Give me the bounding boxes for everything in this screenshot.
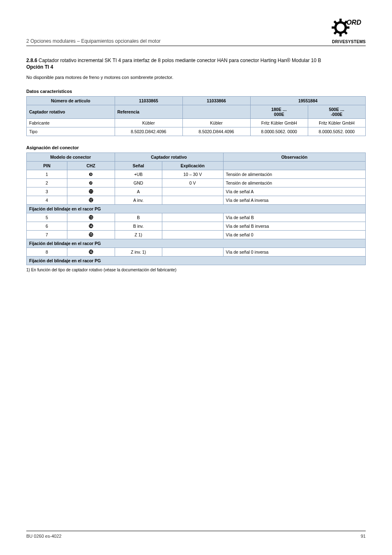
cell: ⓮ [67, 222, 115, 231]
svg-point-0 [335, 22, 346, 32]
cell [162, 213, 224, 222]
band-cell: Fijación del blindaje en el racor PG [27, 239, 366, 248]
band-cell: Fijación del blindaje en el racor PG [27, 257, 366, 265]
table-row: Fijación del blindaje en el racor PG [27, 239, 366, 248]
cell: 4 [27, 196, 67, 205]
cell: ⓬ [67, 196, 115, 205]
subhead-datos: Datos característicos [26, 89, 366, 94]
th-articulo: Número de artículo [27, 97, 115, 105]
cell: ❿ [67, 179, 115, 187]
th-col4: 19551884 [250, 97, 366, 105]
cell: Fritz Kübler GmbH [308, 119, 365, 127]
th-chz: CHZ [67, 162, 115, 170]
th-remark: Observación [223, 153, 366, 162]
footnote: 1) En función del tipo de captador rotat… [26, 268, 366, 272]
cell: 3 [27, 187, 67, 196]
th-blank [182, 105, 250, 119]
table-row: 7 ⓯ Z 1) Vía de señal 0 [27, 231, 366, 239]
cell: ⓫ [67, 187, 115, 196]
table-row: Fijación del blindaje en el racor PG [27, 257, 366, 265]
cell: Vía de señal 0 inversa [223, 248, 366, 257]
cell: ❾ [67, 170, 115, 179]
cell: Vía de señal B [223, 213, 366, 222]
cell [162, 196, 224, 205]
cell: Kübler [182, 119, 250, 127]
cell: 8.5020.D844.4096 [182, 127, 250, 136]
cell: ⓭ [67, 213, 115, 222]
header-title: 2 Opciones modulares – Equipamientos opc… [26, 38, 161, 44]
table-row: Número de artículo 11033865 11033866 195… [27, 97, 366, 105]
cell: 8.5020.D842.4096 [115, 127, 182, 136]
th-connector: Modelo de conector [27, 153, 115, 162]
th-blank2 [223, 162, 366, 170]
cell: Vía de señal 0 [223, 231, 366, 239]
cell: Z 1) [115, 231, 162, 239]
section-number: 2.8.6 [26, 58, 37, 63]
page-footer: BU 0260 es-4022 91 [26, 531, 366, 539]
page-header: 2 Opciones modulares – Equipamientos opc… [26, 16, 366, 46]
cell: B inv. [115, 222, 162, 231]
table-row: Captador rotativo Referencia 180E … 000E… [27, 105, 366, 119]
table-row: 2 ❿ GND 0 V Tensión de alimentación [27, 179, 366, 187]
cell: +UB [115, 170, 162, 179]
footer-doc: BU 0260 es-4022 [26, 534, 62, 539]
table-row: PIN CHZ Señal Explicación [27, 162, 366, 170]
cell: B [115, 213, 162, 222]
table-row: 6 ⓮ B inv. Vía de señal B inversa [27, 222, 366, 231]
cell: 10 – 30 V [162, 170, 224, 179]
subhead-asign: Asignación del conector [26, 145, 366, 150]
footer-page: 91 [361, 534, 366, 539]
table-row: 5 ⓭ B Vía de señal B [27, 213, 366, 222]
gear-logo-icon: ORD [329, 16, 366, 39]
cell [162, 231, 224, 239]
cell: Tensión de alimentación [223, 179, 366, 187]
cell: A [115, 187, 162, 196]
th-col3: 11033866 [182, 97, 250, 105]
svg-line-7 [334, 32, 337, 34]
band-cell: Fijación del blindaje en el racor PG [27, 205, 366, 213]
table-row: Modelo de conector Captador rotativo Obs… [27, 153, 366, 162]
cell [162, 248, 224, 257]
cell: 8 [27, 248, 67, 257]
cell: Fritz Kübler GmbH [250, 119, 308, 127]
option-line: Opción TI 4 [26, 64, 366, 70]
brand-logo: ORD DRIVESYSTEMS [329, 16, 366, 44]
cell: 1 [27, 170, 67, 179]
section-title: Captador rotativo incremental SK TI 4 pa… [39, 58, 321, 63]
cell: 0 V [162, 179, 224, 187]
svg-text:ORD: ORD [346, 18, 361, 26]
svg-line-6 [345, 32, 347, 34]
table-row: Tipo 8.5020.D842.4096 8.5020.D844.4096 8… [27, 127, 366, 136]
th-senal: Señal [115, 162, 162, 170]
cell [162, 222, 224, 231]
cell: Tipo [27, 127, 115, 136]
th-col2: 11033865 [115, 97, 182, 105]
section-heading: 2.8.6 Captador rotativo incremental SK T… [26, 58, 366, 63]
th-captador: Captador rotativo [27, 105, 115, 119]
cell: Tensión de alimentación [223, 170, 366, 179]
table-row: 4 ⓬ A inv. Vía de señal A inversa [27, 196, 366, 205]
table-asignacion: Modelo de conector Captador rotativo Obs… [26, 153, 366, 265]
th-pin: PIN [27, 162, 67, 170]
svg-line-5 [334, 21, 337, 23]
cell: Vía de señal B inversa [223, 222, 366, 231]
cell: GND [115, 179, 162, 187]
cell: Fabricante [27, 119, 115, 127]
cell: Z inv. 1) [115, 248, 162, 257]
th-expl: Explicación [162, 162, 224, 170]
cell: Kübler [115, 119, 182, 127]
th-sub-right: 500E … -000E [308, 105, 365, 119]
cell: 5 [27, 213, 67, 222]
cell: 6 [27, 222, 67, 231]
availability-line: No disponible para motores de freno y mo… [26, 75, 366, 80]
th-captador2: Captador rotativo [115, 153, 223, 162]
cell: 2 [27, 179, 67, 187]
table-row: Fijación del blindaje en el racor PG [27, 205, 366, 213]
table-row: 8 ⓰ Z inv. 1) Vía de señal 0 inversa [27, 248, 366, 257]
th-ref: Referencia [115, 105, 182, 119]
cell: Vía de señal A [223, 187, 366, 196]
cell: ⓰ [67, 248, 115, 257]
cell: A inv. [115, 196, 162, 205]
cell: 7 [27, 231, 67, 239]
cell: Vía de señal A inversa [223, 196, 366, 205]
